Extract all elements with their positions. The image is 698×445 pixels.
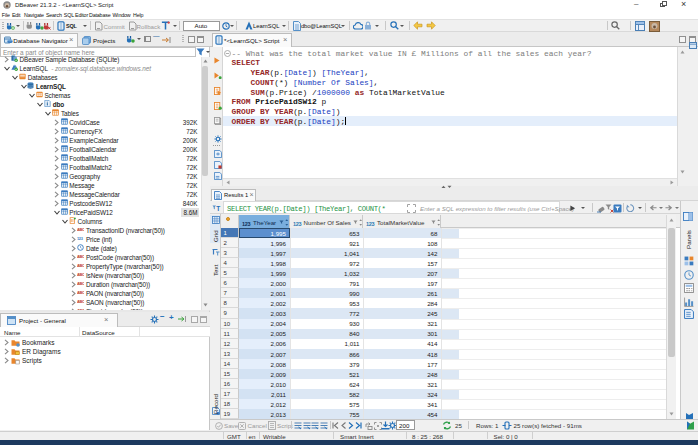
svg-text:ABC: ABC [77,299,84,304]
svg-text:ABC: ABC [77,290,84,295]
svg-text:ABC: ABC [77,254,84,259]
svg-text:T: T [216,205,220,212]
svg-text:123: 123 [293,220,302,226]
svg-text:123: 123 [366,220,375,226]
svg-text:123: 123 [77,236,84,241]
svg-text:123: 123 [242,220,251,226]
svg-text:ABC: ABC [77,272,84,277]
svg-text:ABC: ABC [77,227,84,232]
svg-text:ABC: ABC [77,281,84,286]
svg-text:ABC: ABC [77,263,84,268]
